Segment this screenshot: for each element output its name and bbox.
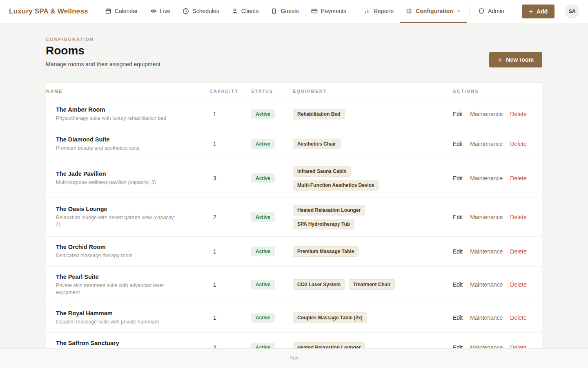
maintenance-link[interactable]: Maintenance bbox=[470, 314, 503, 321]
maintenance-link[interactable]: Maintenance bbox=[470, 175, 503, 182]
equipment-list: Premium Massage Table bbox=[293, 246, 430, 257]
main-content: CONFIGURATION Rooms Manage rooms and the… bbox=[0, 23, 588, 348]
nav-item-label: Configuration bbox=[416, 8, 453, 14]
nav-item-live[interactable]: Live bbox=[144, 0, 177, 23]
page-footer: Auri bbox=[0, 348, 588, 368]
maintenance-link[interactable]: Maintenance bbox=[470, 111, 503, 117]
maintenance-link[interactable]: Maintenance bbox=[470, 281, 503, 288]
room-name: The Saffron Sanctuary bbox=[56, 340, 201, 346]
table-row: The Royal Hammam Couples massage suite w… bbox=[46, 303, 542, 332]
card-icon bbox=[311, 8, 318, 14]
page-subtitle: Manage rooms and their assigned equipmen… bbox=[46, 61, 160, 67]
edit-link[interactable]: Edit bbox=[453, 248, 463, 255]
column-header-status: STATUS bbox=[251, 83, 293, 99]
nav-item-label: Calendar bbox=[115, 8, 138, 14]
room-description: Multi-purpose wellness pavilion (capacit… bbox=[56, 179, 178, 186]
maintenance-link[interactable]: Maintenance bbox=[470, 141, 503, 147]
delete-link[interactable]: Delete bbox=[510, 314, 526, 321]
add-button[interactable]: Add bbox=[522, 4, 555, 18]
delete-link[interactable]: Delete bbox=[510, 344, 526, 348]
room-description: Private skin treatment suite with advanc… bbox=[56, 282, 178, 296]
edit-link[interactable]: Edit bbox=[453, 314, 463, 321]
footer-text: Auri bbox=[290, 355, 298, 361]
room-name: The Royal Hammam bbox=[56, 310, 201, 316]
chevron-down-icon bbox=[457, 9, 461, 13]
room-description: Relaxation lounge with desert garden vie… bbox=[56, 214, 178, 228]
equipment-chip: CO2 Laser System bbox=[293, 279, 345, 290]
room-description: Physiotherapy suite with luxury rehabili… bbox=[56, 115, 178, 122]
nav-item-configuration[interactable]: Configuration bbox=[400, 0, 467, 23]
edit-link[interactable]: Edit bbox=[453, 111, 463, 117]
column-header-name: NAME bbox=[46, 83, 209, 99]
edit-link[interactable]: Edit bbox=[453, 214, 463, 220]
room-name: The Pearl Suite bbox=[56, 274, 201, 280]
status-badge: Active bbox=[251, 247, 275, 256]
maintenance-link[interactable]: Maintenance bbox=[470, 248, 503, 255]
delete-link[interactable]: Delete bbox=[510, 214, 526, 220]
maintenance-link[interactable]: Maintenance bbox=[470, 344, 503, 348]
edit-link[interactable]: Edit bbox=[453, 281, 463, 288]
nav-item-label: Clients bbox=[241, 8, 259, 14]
delete-link[interactable]: Delete bbox=[510, 141, 526, 147]
nav-divider bbox=[469, 7, 470, 16]
avatar[interactable]: SA bbox=[565, 4, 579, 18]
calendar-icon bbox=[105, 8, 111, 14]
column-header-capacity: CAPACITY bbox=[209, 83, 251, 99]
equipment-chip: Treatment Chair bbox=[349, 279, 395, 290]
room-description: Couples massage suite with private hamma… bbox=[56, 319, 178, 325]
delete-link[interactable]: Delete bbox=[510, 281, 526, 288]
room-name: The Oasis Lounge bbox=[56, 206, 201, 212]
nav-items: CalendarLiveSchedulesClientsGuestsPaymen… bbox=[99, 0, 510, 23]
room-capacity: 3 bbox=[213, 175, 216, 182]
equipment-chip: Heated Relaxation Lounger bbox=[293, 342, 365, 348]
nav-item-payments[interactable]: Payments bbox=[305, 0, 352, 23]
room-name: The Orchid Room bbox=[56, 244, 201, 250]
nav-item-clients[interactable]: Clients bbox=[225, 0, 265, 23]
status-badge: Active bbox=[251, 139, 275, 149]
delete-link[interactable]: Delete bbox=[510, 248, 526, 255]
nav-item-guests[interactable]: Guests bbox=[265, 0, 305, 23]
nav-item-label: Schedules bbox=[192, 8, 219, 14]
rooms-table: NAME CAPACITY STATUS EQUIPMENT ACTIONS T… bbox=[46, 82, 542, 348]
nav-item-reports[interactable]: Reports bbox=[358, 0, 400, 23]
room-capacity: 1 bbox=[213, 111, 216, 117]
edit-link[interactable]: Edit bbox=[453, 344, 463, 348]
room-capacity: 2 bbox=[213, 344, 216, 348]
column-header-equipment: EQUIPMENT bbox=[293, 83, 453, 99]
status-badge: Active bbox=[251, 343, 275, 348]
equipment-chip: SPA Hydrotherapy Tub bbox=[293, 219, 354, 229]
brand-logo: Luxury SPA & Wellness bbox=[9, 0, 88, 23]
nav-item-label: Guests bbox=[281, 8, 298, 14]
delete-link[interactable]: Delete bbox=[510, 175, 526, 182]
plus-icon bbox=[498, 58, 502, 62]
room-name: The Diamond Suite bbox=[56, 136, 201, 143]
nav-divider bbox=[355, 7, 355, 16]
nav-item-admin[interactable]: Admin bbox=[472, 0, 510, 23]
equipment-list: Heated Relaxation LoungerSPA Hydrotherap… bbox=[293, 205, 430, 229]
table-row: The Oasis Lounge Relaxation lounge with … bbox=[46, 197, 542, 236]
nav-right: Add SA bbox=[522, 0, 579, 23]
edit-link[interactable]: Edit bbox=[453, 175, 463, 182]
nav-item-schedules[interactable]: Schedules bbox=[176, 0, 225, 23]
equipment-chip: Infrared Sauna Cabin bbox=[293, 166, 351, 177]
delete-link[interactable]: Delete bbox=[510, 111, 526, 117]
room-capacity: 1 bbox=[213, 248, 216, 255]
equipment-list: Heated Relaxation Lounger bbox=[293, 342, 430, 348]
nav-item-calendar[interactable]: Calendar bbox=[99, 0, 144, 23]
nav-item-label: Live bbox=[160, 8, 171, 14]
room-description: Dedicated massage therapy room bbox=[56, 252, 178, 259]
room-name: The Amber Room bbox=[56, 106, 201, 113]
new-room-button[interactable]: New room bbox=[489, 52, 542, 67]
chart-icon bbox=[364, 8, 370, 14]
door-icon bbox=[271, 8, 277, 14]
equipment-chip: Aesthetics Chair bbox=[293, 139, 341, 149]
table-row: The Saffron Sanctuary Spa rituals and ce… bbox=[46, 332, 542, 348]
edit-link[interactable]: Edit bbox=[453, 141, 463, 147]
table-row: The Amber Room Physiotherapy suite with … bbox=[46, 99, 542, 129]
table-row: The Diamond Suite Premium beauty and aes… bbox=[46, 129, 542, 159]
table-row: The Jade Pavilion Multi-purpose wellness… bbox=[46, 159, 542, 197]
room-capacity: 1 bbox=[213, 141, 216, 147]
equipment-chip: Heated Relaxation Lounger bbox=[293, 205, 365, 215]
nav-item-label: Admin bbox=[488, 8, 504, 14]
maintenance-link[interactable]: Maintenance bbox=[470, 214, 503, 220]
